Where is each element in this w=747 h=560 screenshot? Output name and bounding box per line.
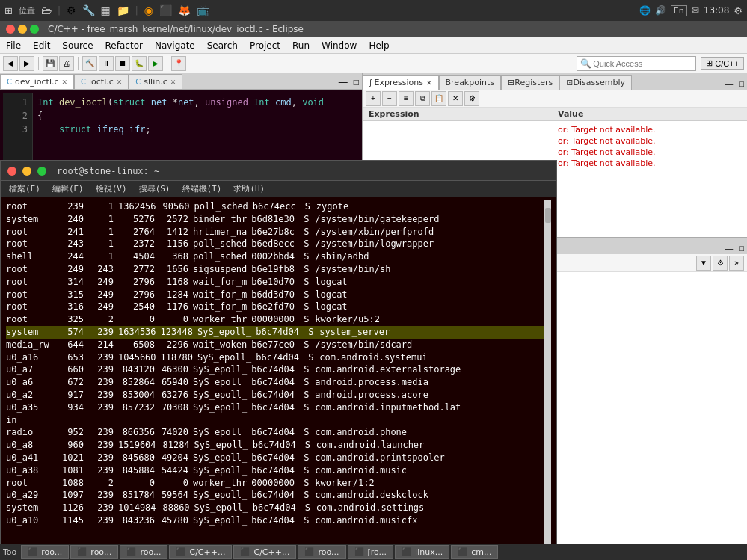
eclipse-toolbar: ◀ ▶ 💾 🖨 🔨 ⏸ ⏹ 🐛 ▶ 📍 🔍 ⊞ C/C++ <box>0 54 747 73</box>
menu-run[interactable]: Run <box>286 39 316 52</box>
app-icon-6[interactable]: ◉ <box>144 4 153 16</box>
taskbar-item-2[interactable]: ⬛roo... <box>120 545 167 559</box>
terminal-scroll-thumb[interactable] <box>545 208 551 223</box>
menu-navigate[interactable]: Navigate <box>149 39 201 52</box>
tab-expressions[interactable]: ƒ Expressions ✕ <box>363 75 439 90</box>
menu-window[interactable]: Window <box>316 39 363 52</box>
term-menu-view[interactable]: 檢視(V) <box>91 182 132 196</box>
settings-icon[interactable]: ⚙ <box>734 5 743 16</box>
terminal-row: u0_a29109723985178459564SyS_epoll_b6c74d… <box>6 489 544 502</box>
menu-search[interactable]: Search <box>201 39 244 52</box>
toolbar-marker-btn[interactable]: 📍 <box>171 56 186 71</box>
toolbar-build-btn[interactable]: 🔨 <box>82 56 97 71</box>
terminal-row: system1126239101498488860SyS_epoll_b6c74… <box>6 502 544 514</box>
progress-btn-4[interactable]: ▼ <box>696 256 711 271</box>
app-icon-1[interactable]: 🗁 <box>41 4 52 16</box>
quick-access-search[interactable]: 🔍 <box>577 56 696 71</box>
window-max-btn[interactable] <box>30 25 39 34</box>
taskbar-item-7[interactable]: ⬛linux... <box>395 545 449 559</box>
term-menu-help[interactable]: 求助(H) <box>229 182 269 196</box>
taskbar-item-5[interactable]: ⬛roo... <box>298 545 345 559</box>
minimize-expressions-btn[interactable]: — <box>722 78 736 90</box>
tab-close-expressions[interactable]: ✕ <box>426 79 432 87</box>
location-icon[interactable]: 位置 <box>19 5 35 16</box>
toolbar-print-btn[interactable]: 🖨 <box>59 56 74 71</box>
term-menu-edit[interactable]: 編輯(E) <box>48 182 88 196</box>
expr-remove-btn[interactable]: − <box>382 91 397 106</box>
menu-project[interactable]: Project <box>244 39 286 52</box>
app-icon-7[interactable]: ⬛ <box>159 4 172 16</box>
taskbar-item-8[interactable]: ⬛cm... <box>451 545 498 559</box>
menu-edit[interactable]: Edit <box>27 39 56 52</box>
toolbar-save-btn[interactable]: 💾 <box>43 56 58 71</box>
c-file-icon-2: C <box>81 78 86 86</box>
taskbar-item-4[interactable]: ⬛C/C++... <box>233 545 296 559</box>
app-icon-2[interactable]: ⚙ <box>67 4 76 16</box>
taskbar-item-3[interactable]: ⬛C/C++... <box>169 545 232 559</box>
expr-copy-btn[interactable]: ⧉ <box>415 91 430 106</box>
expr-delete-btn[interactable]: ✕ <box>448 91 463 106</box>
tab-close-btn-2[interactable]: ✕ <box>117 79 123 86</box>
window-close-btn[interactable] <box>6 25 15 34</box>
tab-sllin[interactable]: C sllin.c ✕ <box>129 74 182 89</box>
terminal-row: root243123721156poll_schedb6ed8eccS/syst… <box>6 238 544 250</box>
tab-disassembly[interactable]: ⊡ Disassembly <box>559 75 632 90</box>
terminal-min-btn[interactable] <box>22 167 31 176</box>
toolbar-debug-btn[interactable]: 🐛 <box>132 56 147 71</box>
menu-source[interactable]: Source <box>56 39 99 52</box>
maximize-expressions-btn[interactable]: □ <box>736 78 747 90</box>
maximize-editor-btn[interactable]: □ <box>351 76 362 89</box>
toolbar-run-btn[interactable]: ▶ <box>148 56 163 71</box>
toolbar-pause-btn[interactable]: ⏸ <box>99 56 114 71</box>
expr-paste-btn[interactable]: 📋 <box>431 91 446 106</box>
taskbar-item-1[interactable]: ⬛roo... <box>70 545 118 559</box>
window-min-btn[interactable] <box>18 25 27 34</box>
terminal-close-btn[interactable] <box>7 167 16 176</box>
time-label: 13:08 <box>704 5 730 16</box>
expr-add-btn[interactable]: + <box>366 91 381 106</box>
taskbar-item-0[interactable]: ⬛roo... <box>21 545 69 559</box>
toolbar-back-btn[interactable]: ◀ <box>3 56 18 71</box>
email-icon: ✉ <box>692 5 699 16</box>
toolbar-stop-btn[interactable]: ⏹ <box>115 56 130 71</box>
taskbar: Too ⬛roo...⬛roo...⬛roo...⬛C/C++...⬛C/C++… <box>0 544 747 560</box>
lang-label[interactable]: En <box>671 5 687 16</box>
tab-registers[interactable]: ⊞ Registers <box>501 75 559 90</box>
app-icon-4[interactable]: ▦ <box>101 4 111 16</box>
app-icon-3[interactable]: 🔧 <box>82 4 95 16</box>
search-input[interactable] <box>593 59 690 68</box>
tab-dev-ioctl[interactable]: C dev_ioctl.c ✕ <box>0 74 74 89</box>
app-icon-8[interactable]: 🦊 <box>178 4 191 16</box>
menu-help[interactable]: Help <box>363 39 395 52</box>
maximize-progress-btn[interactable]: □ <box>736 242 747 254</box>
terminal-scrollbar[interactable] <box>544 200 551 556</box>
app-icon-5[interactable]: 📁 <box>117 4 129 16</box>
taskbar-item-icon-5: ⬛ <box>304 547 315 557</box>
expr-collapse-btn[interactable]: ≡ <box>399 91 414 106</box>
menu-file[interactable]: File <box>0 39 27 52</box>
taskbar-item-6[interactable]: ⬛[ro... <box>348 545 394 559</box>
tab-ioctl[interactable]: C ioctl.c ✕ <box>74 74 129 89</box>
terminal-max-btn[interactable] <box>37 167 46 176</box>
terminal-content[interactable]: root2391136245690560poll_schedb6c74eccSz… <box>1 197 556 559</box>
term-menu-terminal[interactable]: 終端機(T) <box>178 182 227 196</box>
minimize-progress-btn[interactable]: — <box>722 242 736 254</box>
system-bar: ⊞ 位置 🗁 | ⚙ 🔧 ▦ 📁 | ◉ ⬛ 🦊 📺 🌐 🔊 En ✉ 13:0… <box>0 0 747 21</box>
term-menu-search[interactable]: 搜尋(S) <box>135 182 175 196</box>
search-icon: 🔍 <box>580 58 591 69</box>
app-menu-icon[interactable]: ⊞ <box>4 5 13 16</box>
taskbar-items: ⬛roo...⬛roo...⬛roo...⬛C/C++...⬛C/C++...⬛… <box>21 545 744 559</box>
cpp-perspective-btn[interactable]: ⊞ C/C++ <box>701 57 744 70</box>
tab-close-btn[interactable]: ✕ <box>62 79 68 86</box>
app-icon-9[interactable]: 📺 <box>197 4 209 16</box>
toolbar-forward-btn[interactable]: ▶ <box>19 56 34 71</box>
term-menu-file[interactable]: 檔案(F) <box>4 182 45 196</box>
expr-settings-btn[interactable]: ⚙ <box>464 91 479 106</box>
tab-breakpoints[interactable]: Breakpoints <box>439 75 502 90</box>
terminal-row: system240152762572binder_thrb6d81e30S/sy… <box>6 213 544 226</box>
minimize-editor-btn[interactable]: — <box>336 76 351 89</box>
tab-close-btn-3[interactable]: ✕ <box>170 79 176 86</box>
menu-refactor[interactable]: Refactor <box>99 39 149 52</box>
progress-chevron-btn[interactable]: » <box>729 256 744 271</box>
progress-btn-5[interactable]: ⚙ <box>713 256 728 271</box>
